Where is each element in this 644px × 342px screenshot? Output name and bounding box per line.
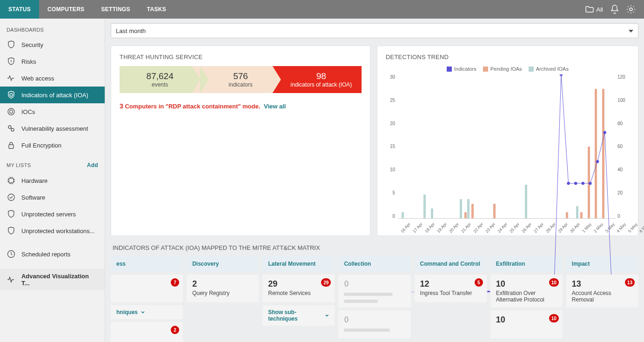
- sidebar-item-indicators-of-attack-ioa-[interactable]: Indicators of attack (IOA): [0, 87, 105, 103]
- mitre-header[interactable]: ess: [111, 256, 183, 272]
- sidebar-item-hardware[interactable]: Hardware: [0, 172, 105, 189]
- sidebar-item-iocs[interactable]: IOCs: [0, 103, 105, 120]
- count-badge: 13: [625, 278, 635, 287]
- svg-point-22: [487, 291, 490, 292]
- mitre-card[interactable]: 13Account Access Removal13: [566, 275, 638, 308]
- mylists-heading: MY LISTS Add: [0, 162, 105, 172]
- chevron-down-icon: [325, 313, 329, 318]
- mitre-header[interactable]: Discovery: [187, 256, 259, 272]
- topnav-tab-computers[interactable]: COMPUTERS: [39, 0, 93, 19]
- detections-chart[interactable]: 302520151050 120100806040200 16 Apr17 Ap…: [386, 74, 630, 228]
- shield-icon: [7, 40, 16, 49]
- chevron-down-icon: [141, 310, 145, 315]
- svg-point-35: [582, 182, 585, 185]
- sidebar-item-risks[interactable]: Risks: [0, 53, 105, 70]
- lock-icon: [7, 141, 16, 150]
- server-shield-icon: [7, 209, 16, 219]
- top-nav: STATUSCOMPUTERSSETTINGSTASKS All: [0, 0, 644, 19]
- topnav-tab-settings[interactable]: SETTINGS: [93, 0, 138, 19]
- topnav-tab-tasks[interactable]: TASKS: [139, 0, 174, 19]
- svg-point-3: [10, 110, 13, 114]
- main-content: Last month THREAT HUNTING SERVICE 87,624…: [105, 19, 644, 342]
- show-subtechniques-button[interactable]: hniques: [111, 305, 183, 319]
- count-badge: 5: [475, 278, 483, 287]
- mitre-card[interactable]: 29Remote Services29: [262, 275, 335, 302]
- svg-point-0: [630, 8, 632, 11]
- folder-all-label: All: [597, 6, 603, 13]
- sidebar-item-security[interactable]: Security: [0, 36, 105, 53]
- sidebar-item-software[interactable]: Software: [0, 189, 105, 206]
- rdp-containment-row: 3 Computers in "RDP attack containment" …: [120, 102, 362, 110]
- legend-archived-ioas[interactable]: Archived IOAs: [529, 66, 569, 72]
- count-badge: 2: [171, 326, 179, 334]
- mitre-col-discovery: Discovery2Query Registry: [187, 256, 259, 342]
- mitre-header[interactable]: Lateral Movement: [262, 256, 335, 272]
- count-badge: 10: [549, 278, 559, 287]
- svg-point-34: [574, 182, 577, 185]
- sidebar-item-unprotected-workstations-[interactable]: Unprotected workstations...: [0, 222, 105, 239]
- topnav-tab-status[interactable]: STATUS: [0, 0, 39, 19]
- svg-point-8: [8, 194, 14, 201]
- settings-gear-icon[interactable]: [626, 5, 636, 14]
- activity-icon: [7, 275, 16, 284]
- svg-point-33: [567, 182, 570, 185]
- clock-icon: [7, 249, 16, 259]
- svg-point-38: [603, 131, 606, 134]
- svg-point-36: [589, 182, 592, 185]
- mitre-card[interactable]: 2Query Registry: [187, 275, 259, 302]
- sidebar-item-vulnerability-assessment[interactable]: Vulnerability assessment: [0, 120, 105, 137]
- mitre-col-ess: ess7hniques2: [111, 256, 183, 342]
- events-counter[interactable]: 87,624 events: [120, 66, 200, 93]
- legend-indicators[interactable]: Indicators: [447, 66, 476, 72]
- trend-title: DETECTIONS TREND: [386, 54, 630, 60]
- mitre-card[interactable]: 12Ingress Tool Transfer5: [415, 275, 487, 302]
- view-all-link[interactable]: View all: [264, 103, 286, 110]
- show-subtechniques-button[interactable]: Show sub-techniques: [262, 305, 335, 326]
- mitre-card[interactable]: 0: [338, 310, 410, 338]
- mitre-col-lateral-movement: Lateral Movement29Remote Services29Show …: [262, 256, 335, 342]
- threat-title: THREAT HUNTING SERVICE: [120, 54, 362, 60]
- sidebar-item-web-access[interactable]: Web access: [0, 70, 105, 87]
- count-badge: 7: [171, 278, 179, 287]
- svg-point-32: [560, 74, 563, 76]
- svg-point-1: [10, 94, 13, 96]
- sidebar-item-unprotected-servers[interactable]: Unprotected servers: [0, 206, 105, 222]
- puzzle-icon: [7, 124, 16, 133]
- mitre-card[interactable]: 10Exfiltration Over Alternative Protocol…: [490, 275, 563, 308]
- legend-pending-ioas[interactable]: Pending IOAs: [483, 66, 522, 72]
- workstation-shield-icon: [7, 226, 16, 235]
- mitre-card[interactable]: 2: [111, 322, 183, 342]
- notifications-icon[interactable]: [610, 5, 619, 14]
- sidebar-item-scheduled-reports[interactable]: Scheduled reports: [0, 246, 105, 262]
- sidebar-item-advanced-viz[interactable]: Advanced Visualization T...: [0, 269, 105, 290]
- threat-icon: [7, 90, 16, 100]
- date-filter-select[interactable]: Last month: [111, 23, 638, 38]
- svg-rect-6: [9, 145, 13, 148]
- sidebar: DASHBOARDS SecurityRisksWeb accessIndica…: [0, 19, 105, 342]
- mitre-card[interactable]: 0: [338, 275, 410, 308]
- activity-icon: [7, 74, 16, 83]
- sidebar-item-full-encryption[interactable]: Full Encryption: [0, 137, 105, 154]
- ioa-counter[interactable]: 98 indicators of attack (IOA): [273, 66, 362, 93]
- add-list-button[interactable]: Add: [87, 162, 98, 168]
- mitre-card[interactable]: 1010: [490, 310, 563, 338]
- svg-point-37: [596, 160, 599, 163]
- warning-shield-icon: [7, 57, 16, 66]
- count-badge: 29: [321, 278, 331, 287]
- threat-hunting-panel: THREAT HUNTING SERVICE 87,624 events 576…: [111, 46, 370, 236]
- folder-icon: [585, 6, 594, 13]
- svg-rect-7: [9, 178, 13, 183]
- mitre-card[interactable]: 7: [111, 275, 183, 302]
- count-badge: 10: [549, 314, 559, 322]
- folder-all-button[interactable]: All: [585, 6, 603, 13]
- threat-counters: 87,624 events 576 indicators 98 indicato…: [120, 66, 362, 93]
- dashboards-heading: DASHBOARDS: [0, 27, 105, 36]
- target-icon: [7, 107, 16, 116]
- svg-point-2: [8, 108, 14, 115]
- chip-icon: [7, 176, 16, 185]
- app-icon: [7, 193, 16, 202]
- detections-trend-panel: DETECTIONS TREND IndicatorsPending IOAsA…: [377, 46, 638, 236]
